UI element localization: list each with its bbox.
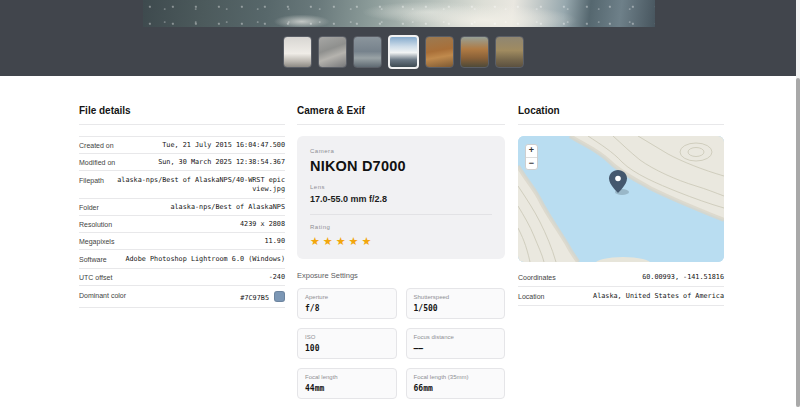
lens-value: 17.0-55.0 mm f/2.8 — [310, 193, 492, 205]
location-title: Location — [518, 104, 724, 117]
hero-photo[interactable] — [143, 0, 655, 27]
table-row-filepath: Filepath alaska-nps/Best of AlaskaNPS/40… — [79, 171, 285, 199]
table-row-megapixels: Megapixels 11.90 — [79, 233, 285, 250]
exposure-settings-title: Exposure Settings — [297, 271, 505, 280]
camera-card: Camera NIKON D7000 Lens 17.0-55.0 mm f/2… — [297, 136, 505, 259]
thumbnail-3[interactable] — [353, 36, 382, 68]
thumbnail-6[interactable] — [460, 36, 489, 68]
table-row-coordinates: Coordinates 60.00993, -141.51816 — [518, 268, 724, 287]
exposure-box-focal-length: Focal length 44mm — [297, 368, 397, 399]
thumbnail-4-selected[interactable] — [388, 35, 419, 69]
map[interactable]: + − — [518, 136, 724, 262]
divider — [310, 214, 492, 215]
divider — [79, 124, 285, 125]
file-details-section: File details Created on Tue, 21 July 201… — [79, 104, 285, 308]
table-row-created-on: Created on Tue, 21 July 2015 16:04:47.50… — [79, 137, 285, 154]
file-details-table: Created on Tue, 21 July 2015 16:04:47.50… — [79, 136, 285, 308]
location-value: Alaska, United States of America — [552, 292, 724, 301]
zoom-out-button[interactable]: − — [526, 157, 537, 169]
camera-exif-section: Camera & Exif Camera NIKON D7000 Lens 17… — [297, 104, 505, 399]
map-zoom-control: + − — [525, 144, 538, 170]
exposure-box-focal-length-35mm: Focal length (35mm) 66mm — [406, 368, 506, 399]
table-row-dominant-color: Dominant color #7C97B5 — [79, 286, 285, 308]
thumbnail-5[interactable] — [425, 36, 454, 68]
coordinates-value[interactable]: 60.00993, -141.51816 — [564, 273, 724, 282]
filmstrip — [283, 35, 524, 69]
exposure-box-focus-distance: Focus distance –– — [406, 328, 506, 359]
dominant-color-value: #7C97B5 — [240, 294, 269, 302]
table-row-location: Location Alaska, United States of Americ… — [518, 287, 724, 306]
divider — [297, 124, 505, 125]
exposure-settings-grid: Aperture f/8 Shutterspeed 1/500 ISO 100 … — [297, 288, 505, 399]
exposure-box-shutterspeed: Shutterspeed 1/500 — [406, 288, 506, 319]
table-row-resolution: Resolution 4239 x 2808 — [79, 216, 285, 233]
table-row-folder: Folder alaska-nps/Best of AlaskaNPS — [79, 199, 285, 216]
divider — [518, 124, 724, 125]
scrollbar-track[interactable] — [796, 0, 800, 407]
dominant-color-swatch — [274, 291, 285, 302]
zoom-in-button[interactable]: + — [526, 145, 537, 157]
scrollbar-thumb[interactable] — [796, 78, 800, 407]
map-tiles — [518, 136, 724, 262]
thumbnail-1[interactable] — [283, 36, 312, 68]
table-row-software: Software Adobe Photoshop Lightroom 6.0 (… — [79, 250, 285, 269]
rating-stars[interactable]: ★★★★★ — [310, 234, 492, 248]
table-row-modified-on: Modified on Sun, 30 March 2025 12:38:54.… — [79, 154, 285, 171]
thumbnail-2[interactable] — [318, 36, 347, 68]
lens-label: Lens — [310, 183, 492, 191]
thumbnail-7[interactable] — [495, 36, 524, 68]
exposure-box-aperture: Aperture f/8 — [297, 288, 397, 319]
camera-model: NIKON D7000 — [310, 157, 492, 175]
photo-details-page: File details Created on Tue, 21 July 201… — [0, 0, 800, 407]
location-table: Coordinates 60.00993, -141.51816 Locatio… — [518, 268, 724, 306]
top-bar — [0, 0, 800, 76]
exposure-box-iso: ISO 100 — [297, 328, 397, 359]
location-section: Location — [518, 104, 724, 306]
table-row-utc-offset: UTC offset -240 — [79, 269, 285, 286]
rating-label: Rating — [310, 223, 492, 231]
camera-label: Camera — [310, 147, 492, 155]
file-details-title: File details — [79, 104, 285, 117]
camera-exif-title: Camera & Exif — [297, 104, 505, 117]
